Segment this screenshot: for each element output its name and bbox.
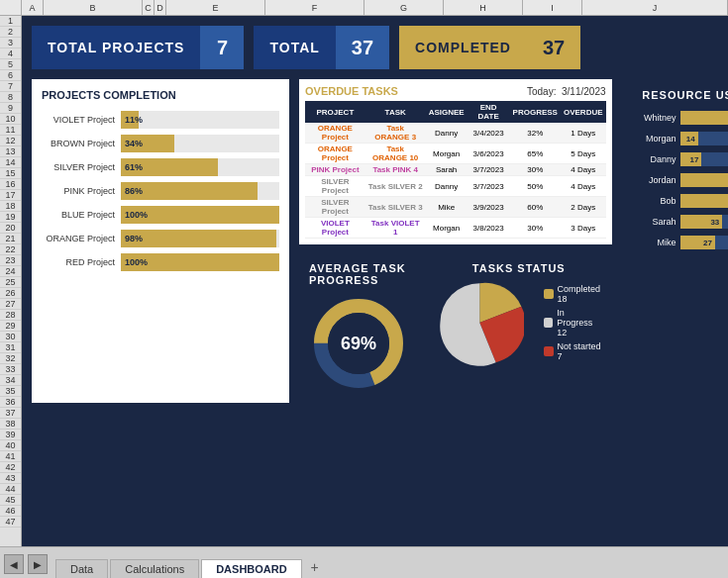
overdue-section: OVERDUE TASKS Today: 3/11/2023 PROJECT T… — [299, 79, 612, 244]
resource-row-danny: Danny 17 — [632, 152, 728, 166]
completed-value: 37 — [527, 26, 580, 69]
tab-calculations[interactable]: Calculations — [110, 559, 199, 578]
bar-row-blue: BLUE Project 100% — [42, 206, 279, 224]
resource-row-whitney: Whitney 56 — [632, 111, 728, 125]
donut-section: AVERAGE TASK PROGRESS 69% — [299, 252, 418, 403]
col-asignee: ASIGNEE — [426, 101, 468, 123]
bar-fill-pink: 86% — [121, 182, 258, 200]
charts-row: PROJECTS COMPLETION VIOLET Project 11% B… — [32, 79, 718, 403]
overdue-date: Today: 3/11/2023 — [527, 86, 606, 97]
bar-row-violet: VIOLET Project 11% — [42, 111, 279, 129]
pie-section: TASKS STATUS — [426, 252, 612, 403]
tab-navigation: ◀ ▶ — [4, 554, 48, 578]
bar-fill-orange: 98% — [121, 230, 276, 247]
legend-dot-notstarted — [544, 346, 554, 356]
col-header-A: A — [22, 0, 44, 15]
completion-chart-title: PROJECTS COMPLETION — [42, 89, 279, 101]
legend-inprogress: In Progress12 — [544, 308, 602, 337]
resource-row-morgan: Morgan 14 — [632, 132, 728, 145]
bar-label-violet: VIOLET Project — [42, 115, 121, 125]
overdue-table: PROJECT TASK ASIGNEE END DATE PROGRESS O… — [305, 101, 606, 239]
completion-chart: PROJECTS COMPLETION VIOLET Project 11% B… — [32, 79, 289, 403]
overdue-row-6: VIOLET Project Task VIOLET 1 Morgan 3/8/… — [305, 218, 606, 239]
completed-label: COMPLETED — [399, 26, 527, 69]
bar-fill-blue: 100% — [121, 206, 279, 224]
donut-chart: 69% — [309, 294, 408, 393]
col-header-G: G — [364, 0, 444, 15]
resource-row-bob: Bob 48 — [632, 194, 728, 208]
bar-label-blue: BLUE Project — [42, 210, 121, 220]
total-projects-label: TOTAL PROJECTS — [32, 26, 200, 69]
spreadsheet-chrome: A B C D E F G H I J 123 456 789 101112 1… — [0, 0, 728, 578]
resource-row-sarah: Sarah 33 — [632, 215, 728, 229]
dashboard-area: TOTAL PROJECTS 7 TOTAL 37 COMPLETED 37 P… — [22, 16, 728, 546]
bar-container-blue: 100% — [121, 206, 279, 224]
resource-title: RESOURCE USAGE — [632, 89, 728, 101]
total-value: 37 — [336, 26, 389, 69]
bar-container-orange: 98% — [121, 230, 279, 247]
col-header-J: J — [582, 0, 728, 15]
overdue-title: OVERDUE TASKS — [305, 85, 398, 97]
pie-area: Completed18 In Progress12 Not started7 — [436, 278, 602, 367]
middle-column: OVERDUE TASKS Today: 3/11/2023 PROJECT T… — [299, 79, 612, 403]
bar-row-red: RED Project 100% — [42, 253, 279, 271]
resource-row-jordan: Jordan 56 — [632, 173, 728, 187]
bar-label-red: RED Project — [42, 257, 121, 267]
bar-container-silver: 61% — [121, 158, 279, 176]
tab-add-button[interactable]: + — [304, 556, 326, 578]
donut-title: AVERAGE TASK PROGRESS — [309, 262, 408, 286]
resource-row-mike: Mike 27 — [632, 236, 728, 249]
tab-data[interactable]: Data — [55, 559, 108, 578]
bar-label-silver: SILVER Project — [42, 162, 121, 172]
col-header-E: E — [166, 0, 265, 15]
bar-row-brown: BROWN Project 34% — [42, 135, 279, 152]
col-header-H: H — [444, 0, 523, 15]
resource-section: RESOURCE USAGE Whitney 56 Morgan 14 — [622, 79, 728, 403]
col-header-D: D — [155, 0, 166, 15]
col-header-F: F — [265, 0, 364, 15]
overdue-header: OVERDUE TASKS Today: 3/11/2023 — [305, 85, 606, 97]
pie-title: TASKS STATUS — [472, 262, 566, 274]
bar-label-pink: PINK Project — [42, 186, 121, 196]
pie-svg — [436, 278, 524, 367]
col-header-B: B — [44, 0, 143, 15]
tab-prev-button[interactable]: ◀ — [4, 554, 24, 574]
bar-label-brown: BROWN Project — [42, 139, 121, 148]
overdue-row-5: SILVER Project Task SILVER 3 Mike 3/9/20… — [305, 197, 606, 218]
middle-bottom-charts: AVERAGE TASK PROGRESS 69% — [299, 252, 612, 403]
bar-container-violet: 11% — [121, 111, 279, 129]
overdue-row-1: ORANGE Project Task ORANGE 3 Danny 3/4/2… — [305, 123, 606, 144]
legend-dot-completed — [544, 289, 554, 299]
stats-row: TOTAL PROJECTS 7 TOTAL 37 COMPLETED 37 — [32, 26, 718, 69]
overdue-row-4: SILVER Project Task SILVER 2 Danny 3/7/2… — [305, 176, 606, 197]
legend-completed: Completed18 — [544, 284, 602, 304]
bar-label-orange: ORANGE Project — [42, 234, 121, 243]
col-project: PROJECT — [305, 101, 365, 123]
bar-fill-red: 100% — [121, 253, 279, 271]
row-headers: 123 456 789 101112 131415 161718 192021 … — [0, 16, 22, 546]
bar-row-orange: ORANGE Project 98% — [42, 230, 279, 247]
total-projects-stat: TOTAL PROJECTS 7 — [32, 26, 244, 69]
tab-dashboard[interactable]: DASHBOARD — [201, 559, 302, 578]
total-stat: TOTAL 37 — [254, 26, 389, 69]
bar-row-pink: PINK Project 86% — [42, 182, 279, 200]
bar-fill-brown: 34% — [121, 135, 174, 152]
tab-next-button[interactable]: ▶ — [28, 554, 48, 574]
pie-legend: Completed18 In Progress12 Not started7 — [544, 284, 602, 361]
tab-bar: ◀ ▶ Data Calculations DASHBOARD + — [0, 546, 728, 578]
bar-container-pink: 86% — [121, 182, 279, 200]
col-header-C: C — [143, 0, 155, 15]
donut-value: 69% — [341, 334, 376, 354]
overdue-row-2: ORANGE Project Task ORANGE 10 Morgan 3/6… — [305, 144, 606, 164]
bar-fill-violet: 11% — [121, 111, 139, 129]
total-projects-value: 7 — [200, 26, 244, 69]
overdue-row-3: PINK Project Task PINK 4 Sarah 3/7/2023 … — [305, 164, 606, 176]
legend-notstarted: Not started7 — [544, 341, 602, 361]
col-overdue: OVERDUE — [561, 101, 606, 123]
bar-container-brown: 34% — [121, 135, 279, 152]
col-enddate: END DATE — [468, 101, 510, 123]
col-progress: PROGRESS — [510, 101, 561, 123]
bar-container-red: 100% — [121, 253, 279, 271]
bar-fill-silver: 61% — [121, 158, 218, 176]
legend-dot-inprogress — [544, 318, 554, 328]
